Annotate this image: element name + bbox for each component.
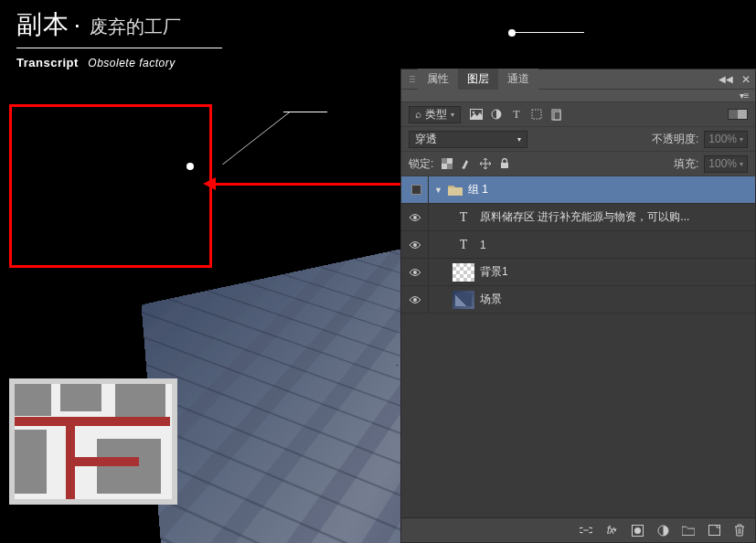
lock-transparent-icon[interactable] [441,157,453,170]
lock-label: 锁定: [409,156,433,172]
panel-close-icon[interactable]: ✕ [737,73,755,86]
panel-drag-handle[interactable] [401,76,418,82]
layer-name: 原料储存区 进行补充能源与物资，可以购... [480,209,689,225]
eye-icon [409,240,421,250]
lock-position-icon[interactable] [479,157,492,170]
panel-menu-icon[interactable]: ▾≡ [733,89,755,102]
new-layer-icon[interactable] [708,524,720,537]
svg-point-11 [413,243,417,247]
visibility-checkbox[interactable] [411,185,421,195]
trash-icon[interactable] [733,524,746,537]
fill-value: 100% [708,157,737,170]
layer-thumbnail [453,291,474,309]
fill-label: 填充: [674,156,698,172]
panel-footer: fx▾ [401,517,755,542]
visibility-toggle[interactable] [401,231,429,258]
blend-mode-value: 穿透 [415,132,437,147]
minimap-road [66,457,139,466]
opacity-label: 不透明度: [652,132,698,147]
fx-icon[interactable]: fx▾ [605,524,618,537]
visibility-toggle[interactable] [401,176,429,203]
svg-rect-9 [501,163,508,168]
svg-point-12 [413,271,417,274]
link-layers-icon[interactable] [580,524,592,537]
svg-point-15 [634,527,641,534]
title-sub: 废弃的工厂 [90,16,181,37]
search-icon: ⌕ [415,108,421,121]
eye-icon [409,268,421,277]
new-group-icon[interactable] [682,524,695,537]
filter-adjust-icon[interactable] [490,108,503,121]
filter-type-label: 类型 [425,107,447,122]
visibility-toggle[interactable] [401,286,429,313]
title-main: 副本 [16,10,69,38]
svg-point-1 [473,112,474,113]
title-divider [16,48,222,48]
lock-icons [441,157,511,170]
filter-image-icon[interactable] [470,108,483,121]
opacity-value: 100% [708,133,737,145]
blend-mode-select[interactable]: 穿透 ▾ [409,131,527,148]
callout-line [283,112,327,112]
title-en-sub: Obsolete factory [88,57,175,69]
lock-row: 锁定: 填充: 100% ▾ [401,152,755,176]
svg-rect-5 [554,112,560,120]
callout-dot [508,29,516,37]
panel-titlebar[interactable]: 属性 图层 通道 ◀◀ ✕ [401,69,755,90]
layer-thumbnail [453,263,474,282]
filter-type-select[interactable]: ⌕ 类型 ▾ [409,106,461,123]
layer-row-group[interactable]: ▼ 组 1 [401,176,755,204]
panel-collapse-icon[interactable]: ◀◀ [715,72,737,86]
chevron-down-icon: ▾ [517,135,521,144]
layers-list: ▼ 组 1 T 原料储存区 进行补充能源与物资，可以购... T 1 [401,176,755,517]
filter-row: ⌕ 类型 ▾ T [401,102,755,127]
highlight-box [9,104,212,268]
callout-line [222,112,291,165]
adjustment-icon[interactable] [656,524,669,537]
title-block: 副本 · 废弃的工厂 Transcript Obsolete factory [16,7,222,70]
title-separator: · [73,10,81,38]
svg-point-13 [413,298,417,302]
eye-icon [409,295,421,304]
filter-icons: T [470,108,563,121]
lock-pixels-icon[interactable] [460,157,473,170]
layer-name: 1 [480,239,486,251]
svg-rect-7 [442,158,447,164]
chevron-down-icon: ▾ [451,111,454,119]
folder-icon [448,184,463,196]
visibility-toggle[interactable] [401,204,429,230]
eye-icon [409,213,421,222]
layer-row-raster[interactable]: 背景1 [401,259,755,286]
svg-rect-17 [708,526,719,536]
filter-smart-icon[interactable] [550,108,563,121]
chevron-down-icon: ▾ [740,160,743,168]
filter-toggle[interactable] [728,109,748,120]
layer-row-text[interactable]: T 1 [401,231,755,259]
title-en-main: Transcript [16,56,79,69]
chevron-down-icon: ▾ [740,135,743,144]
tab-layers[interactable]: 图层 [458,69,498,90]
opacity-input[interactable]: 100% ▾ [704,131,748,148]
minimap-road [15,417,170,426]
panel-menu-bar: ▾≡ [401,90,755,102]
twisty-down-icon[interactable]: ▼ [434,186,442,195]
layer-row-raster[interactable]: 场景 [401,286,755,314]
minimap-content [15,384,172,499]
layers-panel: 属性 图层 通道 ◀◀ ✕ ▾≡ ⌕ 类型 ▾ T 穿透 ▾ [400,69,756,543]
tab-channels[interactable]: 通道 [498,69,538,90]
layer-name: 场景 [480,292,502,307]
minimap [9,378,177,505]
svg-rect-3 [532,110,541,119]
fill-input[interactable]: 100% ▾ [704,155,748,173]
tab-properties[interactable]: 属性 [418,69,458,90]
visibility-toggle[interactable] [401,259,429,285]
layer-row-text[interactable]: T 原料储存区 进行补充能源与物资，可以购... [401,204,755,231]
text-layer-icon: T [453,210,474,225]
lock-all-icon[interactable] [498,157,511,170]
panel-tabs: 属性 图层 通道 [418,69,715,90]
filter-shape-icon[interactable] [530,108,543,121]
blend-row: 穿透 ▾ 不透明度: 100% ▾ [401,127,755,152]
mask-icon[interactable] [631,524,644,537]
filter-text-icon[interactable]: T [510,108,523,121]
svg-rect-8 [447,164,453,169]
